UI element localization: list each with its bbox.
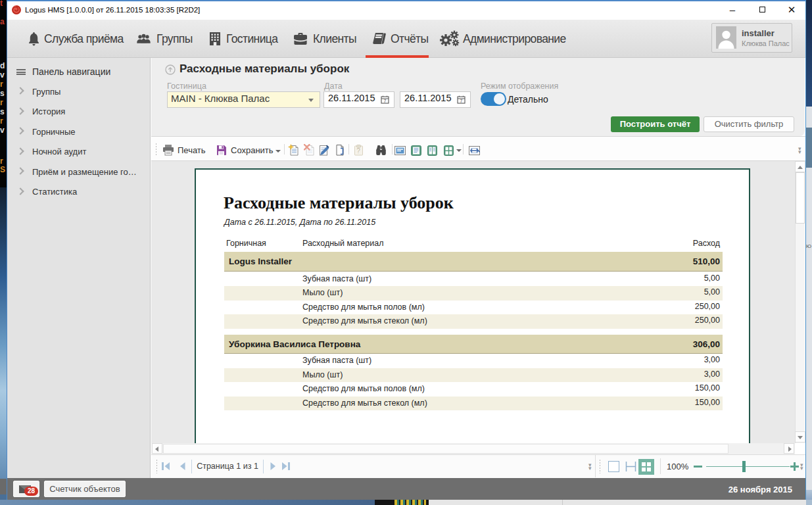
svg-text:7: 7 — [384, 99, 387, 103]
svg-text:7: 7 — [460, 99, 463, 103]
svg-text:?: ? — [356, 147, 360, 155]
